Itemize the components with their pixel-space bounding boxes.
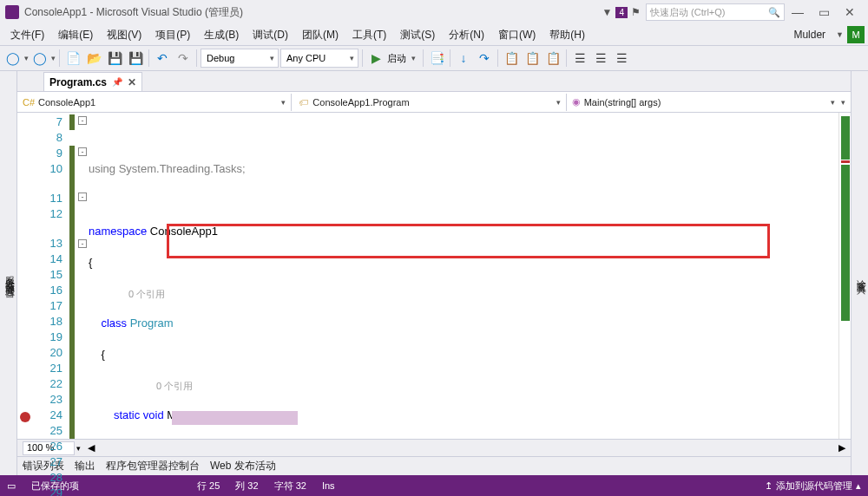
status-source-control[interactable]: ↥ 添加到源代码管理 ▴ — [765, 480, 861, 493]
file-tab-program[interactable]: Program.cs 📌 ✕ — [43, 72, 142, 91]
tool-icon-2[interactable]: 📋 — [502, 49, 521, 68]
tool-icon-3[interactable]: 📋 — [523, 49, 542, 68]
nav-fwd-icon[interactable]: ◯ — [30, 49, 49, 68]
highlight-readstream — [172, 411, 298, 425]
status-bar: ▭ 已保存的项 行 25 列 32 字符 32 Ins ↥ 添加到源代码管理 ▴ — [0, 475, 868, 496]
code-nav-bar: C#ConsoleApp1 🏷ConsoleApp1.Program ◉Main… — [17, 92, 851, 113]
right-side-strip: 诊断工具 属性 解决方案资源管理器 团队资源管理器 — [851, 71, 868, 475]
start-label[interactable]: 启动 — [387, 52, 406, 65]
code-editor[interactable]: 78910 1112 13141516171819202122232425262… — [17, 113, 851, 439]
menu-team[interactable]: 团队(M) — [295, 26, 345, 44]
user-avatar[interactable]: M — [847, 26, 865, 43]
file-tab-label: Program.cs — [49, 76, 107, 88]
status-window-icon[interactable]: ▭ — [7, 480, 16, 492]
status-line: 行 25 — [197, 480, 220, 493]
nav-split-dropdown[interactable] — [842, 94, 849, 111]
save-all-icon[interactable]: 💾 — [126, 49, 145, 68]
menu-tools[interactable]: 工具(T) — [345, 26, 393, 44]
menu-test[interactable]: 测试(S) — [393, 26, 442, 44]
tool-icon-5[interactable]: ☰ — [570, 49, 589, 68]
editor-footer: 100 % ▾ ◀ ▶ — [17, 439, 851, 456]
tab-web-publish[interactable]: Web 发布活动 — [210, 459, 276, 473]
workspace: 服务器资源管理器 工具箱 Program.cs 📌 ✕ C#ConsoleApp… — [0, 71, 868, 475]
save-icon[interactable]: 💾 — [105, 49, 124, 68]
fold-gutter[interactable]: - - - - — [76, 113, 89, 439]
menu-bar: 文件(F) 编辑(E) 视图(V) 项目(P) 生成(B) 调试(D) 团队(M… — [0, 24, 868, 45]
start-debug-button[interactable]: ▶ — [366, 49, 385, 68]
quick-launch-placeholder: 快速启动 (Ctrl+Q) — [650, 6, 725, 19]
fold-icon[interactable]: - — [78, 193, 87, 201]
tab-output[interactable]: 输出 — [75, 459, 95, 473]
menu-edit[interactable]: 编辑(E) — [51, 26, 100, 44]
user-name[interactable]: Mulder — [786, 27, 832, 42]
fold-icon[interactable]: - — [78, 116, 87, 125]
status-char: 字符 32 — [274, 480, 306, 493]
menu-window[interactable]: 窗口(W) — [491, 26, 542, 44]
step-over-icon[interactable]: ↷ — [475, 49, 494, 68]
nav-back-icon[interactable]: ◯ — [3, 49, 23, 68]
tool-icon-6[interactable]: ☰ — [591, 49, 610, 68]
fold-icon[interactable]: - — [78, 147, 87, 156]
close-tab-icon[interactable]: ✕ — [128, 76, 136, 88]
bottom-panel-tabs: 错误列表 输出 程序包管理器控制台 Web 发布活动 — [17, 456, 851, 475]
status-ins: Ins — [322, 480, 335, 491]
maximize-button[interactable]: ▭ — [811, 2, 837, 23]
menu-file[interactable]: 文件(F) — [3, 26, 51, 44]
left-side-strip: 服务器资源管理器 工具箱 — [0, 71, 17, 475]
code-content[interactable]: using System.Threading.Tasks; namespace … — [89, 113, 851, 439]
undo-icon[interactable]: ↶ — [153, 49, 172, 68]
panel-server-explorer[interactable]: 服务器资源管理器 — [3, 269, 16, 283]
tab-package-manager[interactable]: 程序包管理器控制台 — [106, 459, 200, 473]
fold-icon[interactable]: - — [78, 239, 87, 248]
nav-method-dropdown[interactable]: ◉Main(string[] args) — [569, 94, 838, 111]
breakpoint-gutter[interactable] — [17, 113, 35, 439]
tool-icon-4[interactable]: 📋 — [543, 49, 562, 68]
line-numbers: 78910 1112 13141516171819202122232425262… — [35, 113, 69, 439]
step-into-icon[interactable]: ↓ — [454, 49, 473, 68]
nav-class-dropdown[interactable]: 🏷ConsoleApp1.Program — [293, 94, 563, 111]
menu-analyze[interactable]: 分析(N) — [442, 26, 491, 44]
window-title: ConsoleApp1 - Microsoft Visual Studio (管… — [24, 5, 602, 20]
search-icon: 🔍 — [768, 7, 780, 18]
pin-icon[interactable]: 📌 — [112, 77, 122, 87]
menu-build[interactable]: 生成(B) — [197, 26, 246, 44]
menu-help[interactable]: 帮助(H) — [542, 26, 592, 44]
title-bar: ConsoleApp1 - Microsoft Visual Studio (管… — [0, 0, 868, 24]
open-file-icon[interactable]: 📂 — [84, 49, 103, 68]
notification-area[interactable]: ▼ 4 ⚑ — [602, 6, 641, 18]
document-tabs: Program.cs 📌 ✕ — [17, 71, 851, 92]
change-indicator — [69, 113, 75, 439]
notification-badge[interactable]: 4 — [615, 7, 628, 18]
menu-project[interactable]: 项目(P) — [148, 26, 197, 44]
config-dropdown[interactable]: Debug — [201, 49, 279, 68]
menu-view[interactable]: 视图(V) — [100, 26, 148, 44]
nav-project-dropdown[interactable]: C#ConsoleApp1 — [19, 94, 289, 111]
vs-logo-icon — [5, 5, 19, 19]
tool-icon-1[interactable]: 📑 — [427, 49, 446, 68]
scrollbar-overview[interactable] — [838, 113, 851, 439]
close-button[interactable]: ✕ — [837, 2, 863, 23]
status-col: 列 32 — [235, 480, 258, 493]
redo-icon[interactable]: ↷ — [174, 49, 193, 68]
flag-icon[interactable]: ⚑ — [631, 6, 641, 18]
menu-debug[interactable]: 调试(D) — [246, 26, 295, 44]
quick-launch-input[interactable]: 快速启动 (Ctrl+Q) 🔍 — [646, 3, 785, 21]
editor-pane: Program.cs 📌 ✕ C#ConsoleApp1 🏷ConsoleApp… — [17, 71, 851, 475]
main-toolbar: ◯ ▾ ◯ ▾ 📄 📂 💾 💾 ↶ ↷ Debug Any CPU ▶ 启动 ▾… — [0, 45, 868, 71]
minimize-button[interactable]: — — [785, 2, 811, 23]
platform-dropdown[interactable]: Any CPU — [280, 49, 358, 68]
breakpoint-icon[interactable] — [20, 412, 30, 422]
new-file-icon[interactable]: 📄 — [63, 49, 82, 68]
tool-icon-7[interactable]: ☰ — [612, 49, 631, 68]
panel-diagnostics[interactable]: 诊断工具 — [855, 272, 868, 279]
